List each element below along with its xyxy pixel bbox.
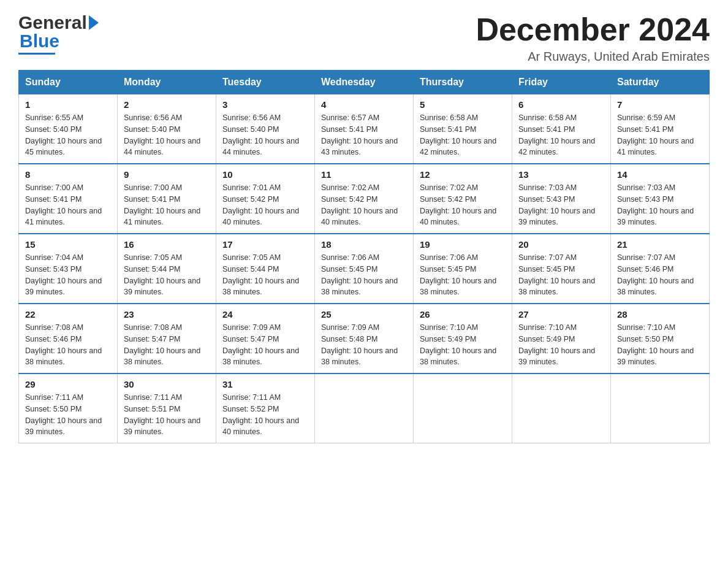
day-info: Sunrise: 7:08 AMSunset: 5:47 PMDaylight:… xyxy=(124,323,200,366)
day-info: Sunrise: 7:02 AMSunset: 5:42 PMDaylight:… xyxy=(420,183,496,226)
day-number: 27 xyxy=(518,309,604,320)
day-info: Sunrise: 7:11 AMSunset: 5:52 PMDaylight:… xyxy=(222,393,299,436)
day-number: 18 xyxy=(321,239,407,250)
calendar-cell: 2 Sunrise: 6:56 AMSunset: 5:40 PMDayligh… xyxy=(118,94,216,164)
calendar-cell: 26 Sunrise: 7:10 AMSunset: 5:49 PMDaylig… xyxy=(414,304,512,373)
logo-arrow-icon xyxy=(89,15,99,30)
calendar-cell: 25 Sunrise: 7:09 AMSunset: 5:48 PMDaylig… xyxy=(315,304,414,373)
day-number: 9 xyxy=(124,169,210,180)
day-number: 7 xyxy=(617,99,703,110)
day-info: Sunrise: 6:56 AMSunset: 5:40 PMDaylight:… xyxy=(222,113,299,156)
day-info: Sunrise: 7:06 AMSunset: 5:45 PMDaylight:… xyxy=(420,253,496,296)
day-info: Sunrise: 7:08 AMSunset: 5:46 PMDaylight:… xyxy=(25,323,102,366)
weekday-header-monday: Monday xyxy=(118,71,216,94)
calendar-cell: 23 Sunrise: 7:08 AMSunset: 5:47 PMDaylig… xyxy=(118,304,216,373)
logo-blue-text: Blue xyxy=(20,31,59,52)
day-info: Sunrise: 6:59 AMSunset: 5:41 PMDaylight:… xyxy=(617,113,694,156)
day-number: 4 xyxy=(321,99,407,110)
day-info: Sunrise: 7:10 AMSunset: 5:49 PMDaylight:… xyxy=(518,323,595,366)
day-number: 31 xyxy=(222,379,308,389)
day-number: 21 xyxy=(617,239,703,250)
calendar-table: SundayMondayTuesdayWednesdayThursdayFrid… xyxy=(18,70,710,443)
day-info: Sunrise: 7:06 AMSunset: 5:45 PMDaylight:… xyxy=(321,253,398,296)
calendar-cell: 8 Sunrise: 7:00 AMSunset: 5:41 PMDayligh… xyxy=(19,164,118,234)
calendar-week-row: 15 Sunrise: 7:04 AMSunset: 5:43 PMDaylig… xyxy=(19,234,710,304)
calendar-cell xyxy=(414,373,512,443)
day-info: Sunrise: 7:07 AMSunset: 5:45 PMDaylight:… xyxy=(518,253,595,296)
day-number: 29 xyxy=(25,379,111,389)
calendar-cell: 6 Sunrise: 6:58 AMSunset: 5:41 PMDayligh… xyxy=(512,94,611,164)
day-number: 8 xyxy=(25,169,111,180)
day-info: Sunrise: 7:05 AMSunset: 5:44 PMDaylight:… xyxy=(124,253,200,296)
day-number: 25 xyxy=(321,309,407,320)
day-info: Sunrise: 7:09 AMSunset: 5:47 PMDaylight:… xyxy=(222,323,299,366)
day-number: 20 xyxy=(518,239,604,250)
calendar-cell: 11 Sunrise: 7:02 AMSunset: 5:42 PMDaylig… xyxy=(315,164,414,234)
calendar-cell: 22 Sunrise: 7:08 AMSunset: 5:46 PMDaylig… xyxy=(19,304,118,373)
calendar-cell: 10 Sunrise: 7:01 AMSunset: 5:42 PMDaylig… xyxy=(216,164,315,234)
weekday-header-tuesday: Tuesday xyxy=(216,71,315,94)
day-info: Sunrise: 7:03 AMSunset: 5:43 PMDaylight:… xyxy=(617,183,694,226)
page-header: General Blue December 2024 Ar Ruways, Un… xyxy=(18,12,710,64)
calendar-cell: 20 Sunrise: 7:07 AMSunset: 5:45 PMDaylig… xyxy=(512,234,611,304)
day-info: Sunrise: 7:10 AMSunset: 5:50 PMDaylight:… xyxy=(617,323,694,366)
calendar-cell: 17 Sunrise: 7:05 AMSunset: 5:44 PMDaylig… xyxy=(216,234,315,304)
day-info: Sunrise: 7:10 AMSunset: 5:49 PMDaylight:… xyxy=(420,323,496,366)
day-number: 26 xyxy=(420,309,506,320)
calendar-cell: 18 Sunrise: 7:06 AMSunset: 5:45 PMDaylig… xyxy=(315,234,414,304)
day-number: 12 xyxy=(420,169,506,180)
day-info: Sunrise: 7:02 AMSunset: 5:42 PMDaylight:… xyxy=(321,183,398,226)
day-number: 10 xyxy=(222,169,308,180)
calendar-cell: 16 Sunrise: 7:05 AMSunset: 5:44 PMDaylig… xyxy=(118,234,216,304)
location-subtitle: Ar Ruways, United Arab Emirates xyxy=(476,50,710,64)
day-info: Sunrise: 7:04 AMSunset: 5:43 PMDaylight:… xyxy=(25,253,102,296)
day-number: 24 xyxy=(222,309,308,320)
day-info: Sunrise: 6:57 AMSunset: 5:41 PMDaylight:… xyxy=(321,113,398,156)
day-info: Sunrise: 7:01 AMSunset: 5:42 PMDaylight:… xyxy=(222,183,299,226)
weekday-header-row: SundayMondayTuesdayWednesdayThursdayFrid… xyxy=(19,71,710,94)
day-number: 16 xyxy=(124,239,210,250)
logo-underline xyxy=(18,53,55,55)
day-info: Sunrise: 7:07 AMSunset: 5:46 PMDaylight:… xyxy=(617,253,694,296)
calendar-cell: 3 Sunrise: 6:56 AMSunset: 5:40 PMDayligh… xyxy=(216,94,315,164)
calendar-cell xyxy=(512,373,611,443)
day-number: 28 xyxy=(617,309,703,320)
day-number: 3 xyxy=(222,99,308,110)
day-number: 5 xyxy=(420,99,506,110)
calendar-week-row: 8 Sunrise: 7:00 AMSunset: 5:41 PMDayligh… xyxy=(19,164,710,234)
day-number: 11 xyxy=(321,169,407,180)
day-number: 30 xyxy=(124,379,210,389)
calendar-cell xyxy=(611,373,710,443)
logo-general-text: General xyxy=(18,12,87,33)
day-number: 17 xyxy=(222,239,308,250)
day-info: Sunrise: 7:00 AMSunset: 5:41 PMDaylight:… xyxy=(25,183,102,226)
day-info: Sunrise: 6:56 AMSunset: 5:40 PMDaylight:… xyxy=(124,113,200,156)
calendar-cell: 30 Sunrise: 7:11 AMSunset: 5:51 PMDaylig… xyxy=(118,373,216,443)
day-info: Sunrise: 6:58 AMSunset: 5:41 PMDaylight:… xyxy=(518,113,595,156)
logo: General Blue xyxy=(18,12,99,55)
day-info: Sunrise: 7:05 AMSunset: 5:44 PMDaylight:… xyxy=(222,253,299,296)
calendar-cell: 4 Sunrise: 6:57 AMSunset: 5:41 PMDayligh… xyxy=(315,94,414,164)
calendar-cell: 9 Sunrise: 7:00 AMSunset: 5:41 PMDayligh… xyxy=(118,164,216,234)
day-info: Sunrise: 7:03 AMSunset: 5:43 PMDaylight:… xyxy=(518,183,595,226)
day-number: 2 xyxy=(124,99,210,110)
day-number: 22 xyxy=(25,309,111,320)
calendar-cell: 15 Sunrise: 7:04 AMSunset: 5:43 PMDaylig… xyxy=(19,234,118,304)
day-info: Sunrise: 6:55 AMSunset: 5:40 PMDaylight:… xyxy=(25,113,102,156)
calendar-cell: 7 Sunrise: 6:59 AMSunset: 5:41 PMDayligh… xyxy=(611,94,710,164)
day-number: 13 xyxy=(518,169,604,180)
day-number: 23 xyxy=(124,309,210,320)
month-title: December 2024 xyxy=(476,12,710,47)
calendar-cell: 28 Sunrise: 7:10 AMSunset: 5:50 PMDaylig… xyxy=(611,304,710,373)
calendar-cell: 5 Sunrise: 6:58 AMSunset: 5:41 PMDayligh… xyxy=(414,94,512,164)
day-number: 1 xyxy=(25,99,111,110)
calendar-cell xyxy=(315,373,414,443)
day-info: Sunrise: 7:00 AMSunset: 5:41 PMDaylight:… xyxy=(124,183,200,226)
calendar-cell: 12 Sunrise: 7:02 AMSunset: 5:42 PMDaylig… xyxy=(414,164,512,234)
weekday-header-thursday: Thursday xyxy=(414,71,512,94)
day-info: Sunrise: 7:11 AMSunset: 5:51 PMDaylight:… xyxy=(124,393,200,436)
calendar-cell: 31 Sunrise: 7:11 AMSunset: 5:52 PMDaylig… xyxy=(216,373,315,443)
day-number: 6 xyxy=(518,99,604,110)
calendar-cell: 27 Sunrise: 7:10 AMSunset: 5:49 PMDaylig… xyxy=(512,304,611,373)
day-number: 14 xyxy=(617,169,703,180)
